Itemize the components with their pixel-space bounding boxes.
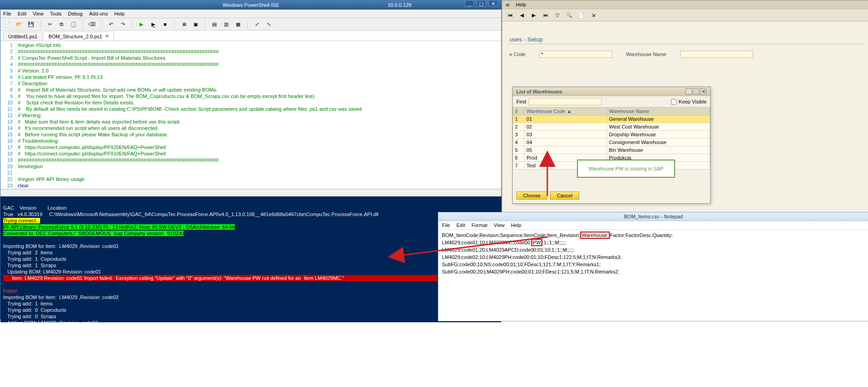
line-gutter: 1234567891011121314151617181920212223242… [0,41,16,189]
find-icon[interactable]: 🔍 [565,11,573,19]
keep-visible-check[interactable]: Keep Visible [671,99,707,105]
prev-icon[interactable]: ◀ [518,11,526,19]
sort-asc-icon: ▲ [567,108,572,114]
cancel-button[interactable]: Cancel [550,191,579,200]
separator [83,20,83,28]
export-icon[interactable]: ⇲ [589,11,597,19]
run-icon[interactable]: ▶ [137,20,146,28]
ps-icon[interactable]: ▣ [192,20,200,28]
console-line: Adding BOM: LM4029 Revision: code02 [3,320,98,322]
cut-icon[interactable]: ✂ [46,20,54,28]
sap-subtitle: uses - Setup [507,35,864,44]
console-line: Updating BOM: LM4029 Revision: code01 [3,269,101,274]
code-editor[interactable]: 1234567891011121314151617181920212223242… [0,41,501,189]
console-line: Trying add: 1 Coproducts [3,256,66,262]
tab-label: Untitled1.ps1 [8,34,37,39]
choose-button[interactable]: Choose [516,191,547,200]
col-name[interactable]: Warehouse Name [607,108,710,115]
notepad-titlebar[interactable]: BOM_Items.csv - Notepad [438,212,868,221]
layout3-icon[interactable]: ▦ [234,20,242,28]
ise-ip: 10.0.0.129 [388,0,411,10]
console-pfapi: PF API Library: ProcessForce 9.1 (9.10.2… [3,224,235,230]
separator [247,20,248,28]
console-pane[interactable]: GAC Version Location True v4.0.30319 C:\… [0,196,501,322]
open-icon[interactable]: 📂 [15,20,23,28]
keep-visible-checkbox[interactable] [671,99,677,105]
tab-close-icon[interactable]: ✕ [105,33,109,39]
menu-tools[interactable]: Tools [50,11,62,16]
menu-edit[interactable]: Edit [18,11,26,16]
save-icon[interactable]: 💾 [27,20,35,28]
tab-label: BOM_Structure_2.0.ps1 [48,34,102,39]
doc-icon[interactable]: 📄 [577,11,585,19]
expand-icon[interactable]: ⤢ [253,20,261,28]
table-row[interactable]: 505Bin Warehouse [513,146,710,154]
maximize-icon[interactable]: ▢ [477,0,486,7]
filter-icon[interactable]: ▽ [553,11,561,19]
tab-bom-structure[interactable]: BOM_Structure_2.0.ps1 ✕ [43,31,114,41]
remote-icon[interactable]: 🖥 [180,20,188,28]
paste-icon[interactable]: 📋 [69,20,78,28]
new-icon[interactable]: 📄 [3,20,11,28]
next-icon[interactable]: ▶ [530,11,538,19]
notepad-text[interactable]: BOM_ItemCode;Revision;Sequence;ItemCode;… [438,230,868,277]
table-row[interactable]: 303Dropship Warehouse [513,131,710,139]
redo-icon[interactable]: ↷ [119,20,127,28]
editor-scrollbar[interactable] [0,189,501,196]
whname-label: Warehouse Name [626,52,666,57]
np-menu-view[interactable]: View [494,222,505,228]
stop-icon[interactable]: ■ [161,20,169,28]
np-menu-format[interactable]: Format [472,222,488,228]
run-selection-icon[interactable]: ▶̲ [149,20,157,28]
clear-icon[interactable]: ⌫ [88,20,96,28]
console-line: Trying add: 1 items [3,301,52,306]
console-line: Trying add: 1 Scraps [3,263,56,268]
code-area[interactable]: #region #Script info ###################… [16,41,501,189]
ise-window-buttons: _ ▢ ✕ [465,0,498,7]
separator [132,20,132,28]
warehouse-list-dialog: List of Warehouses _ □ ✕ Find Keep Visib… [512,87,711,204]
tab-untitled[interactable]: Untitled1.ps1 [3,31,42,41]
sap-menubar: w Help [502,0,868,9]
table-row[interactable]: 202West Cost Warehouse [513,123,710,131]
keep-visible-label: Keep Visible [679,99,707,104]
maximize-icon[interactable]: □ [693,88,699,95]
ise-toolbar: 📄 📂 💾 ✂ ⧉ 📋 ⌫ ↶ ↷ ▶ ▶̲ ■ 🖥 ▣ ▤ ▥ ▦ ⤢ ⤡ [0,18,501,31]
table-row[interactable]: 101General Warehouse [513,115,710,123]
np-menu-help[interactable]: Help [511,222,521,228]
col-num[interactable]: # [513,108,525,115]
menu-file[interactable]: File [3,11,11,16]
minimize-icon[interactable]: _ [465,0,474,7]
menu-view[interactable]: View [33,11,44,16]
layout2-icon[interactable]: ▥ [222,20,230,28]
editor-tabs: Untitled1.ps1 BOM_Structure_2.0.ps1 ✕ [0,31,501,41]
pw-value-highlight: PW [531,239,542,246]
collapse-icon[interactable]: ⤡ [265,20,273,28]
layout1-icon[interactable]: ▤ [210,20,218,28]
minimize-icon[interactable]: _ [686,88,692,95]
dialog-titlebar[interactable]: List of Warehouses _ □ ✕ [513,87,710,96]
first-icon[interactable]: ⏮ [506,11,514,19]
menu-help[interactable]: Help [114,11,125,16]
close-icon[interactable]: ✕ [489,0,498,7]
code-input[interactable] [539,51,612,58]
sap-menu-window[interactable]: w [506,2,509,7]
console-failed: Failed [3,288,17,294]
ise-titlebar[interactable]: Windows PowerShell ISE 10.0.0.129 _ ▢ ✕ [0,0,501,10]
copy-icon[interactable]: ⧉ [57,20,66,28]
menu-debug[interactable]: Debug [68,11,83,16]
menu-addons[interactable]: Add-ons [89,11,108,16]
col-code[interactable]: Warehouse Code ▲ [525,108,607,115]
close-icon[interactable]: ✕ [700,88,707,95]
console-line: Trying add: 0 Scraps [3,314,56,319]
sap-body: uses - Setup e Code Warehouse Name [502,21,868,64]
find-input[interactable] [529,98,602,105]
sap-menu-help[interactable]: Help [516,2,526,7]
undo-icon[interactable]: ↶ [107,20,115,28]
table-row[interactable]: 404Consignmentl Warehouse [513,139,710,146]
last-icon[interactable]: ⏭ [541,11,550,19]
console-line: Importing BOM for item: LM4029 ,Revision… [3,294,119,300]
np-menu-edit[interactable]: Edit [457,222,465,228]
np-menu-file[interactable]: File [442,222,450,228]
whname-input[interactable] [680,51,753,58]
